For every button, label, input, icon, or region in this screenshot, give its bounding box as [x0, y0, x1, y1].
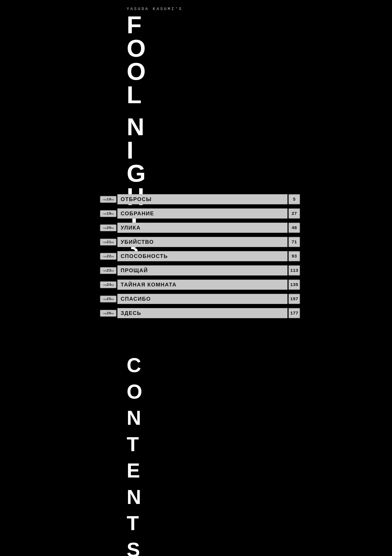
chapter-num: 19 [107, 211, 111, 216]
chapter-num: 18 [107, 197, 111, 201]
chapter-page-number: 113 [288, 265, 300, 276]
chapter-post: ва [111, 270, 114, 272]
toc-section: гла18ваОТБРОСЫ5гла19ваСОБРАНИЕ27гла20ваУ… [100, 193, 300, 322]
chapter-post: ва [111, 213, 114, 215]
title-char-g: G [127, 162, 183, 185]
table-row: гла18ваОТБРОСЫ5 [100, 193, 300, 205]
chapter-page-number: 48 [288, 223, 300, 233]
chapter-badge: гла21ва [100, 239, 116, 246]
chapter-title-bar: ЗДЕСЬ [117, 308, 287, 318]
chapter-badge: гла18ва [100, 196, 116, 203]
chapter-title-bar: СПАСИБО [117, 294, 287, 304]
chapter-post: ва [111, 312, 114, 315]
title-char-f: F [127, 13, 183, 37]
chapter-num: 20 [107, 226, 111, 230]
chapter-page-number: 5 [288, 194, 300, 204]
chapter-title-text: ОТБРОСЫ [121, 196, 152, 202]
chapter-title-text: СОБРАНИЕ [121, 210, 154, 217]
page: YASUDA KASUMI'S F O O L N I G H T 3 гла1… [0, 0, 392, 556]
contents-char: N [127, 488, 141, 507]
chapter-post: ва [111, 255, 114, 258]
chapter-title-text: ПРОЩАЙ [121, 267, 148, 274]
table-row: гла22ваСПОСОБНОСТЬ93 [100, 250, 300, 262]
title-char-l: L [127, 83, 183, 107]
chapter-num: 21 [107, 240, 111, 244]
chapter-title-text: ЗДЕСЬ [121, 310, 141, 316]
chapter-pre: гла [103, 255, 107, 258]
chapter-num: 22 [107, 254, 111, 258]
chapter-num: 24 [107, 283, 111, 287]
chapter-page-number: 157 [288, 294, 300, 304]
chapter-title-bar: ОТБРОСЫ [117, 194, 287, 204]
chapter-title-bar: СОБРАНИЕ [117, 208, 287, 219]
chapter-post: ва [111, 199, 114, 201]
contents-char: O [127, 382, 142, 402]
chapter-pre: гла [103, 213, 107, 215]
chapter-badge: гла19ва [100, 210, 116, 217]
table-row: гла19ваСОБРАНИЕ27 [100, 208, 300, 219]
chapter-badge: гла26ва [100, 310, 116, 317]
chapter-title-text: УЛИКА [121, 225, 141, 231]
chapter-pre: гла [103, 284, 107, 286]
chapter-title-text: УБИЙСТВО [121, 239, 154, 245]
table-row: гла26ваЗДЕСЬ177 [100, 307, 300, 319]
table-row: гла25ваСПАСИБО157 [100, 293, 300, 305]
chapter-title-text: СПАСИБО [121, 296, 151, 302]
chapter-num: 26 [107, 311, 111, 315]
chapter-num: 23 [107, 269, 111, 273]
chapter-badge: гла25ва [100, 296, 116, 302]
table-row: гла20ваУЛИКА48 [100, 222, 300, 233]
title-char-i: I [127, 139, 183, 162]
chapter-pre: гла [103, 199, 107, 201]
chapter-title-bar: ПРОЩАЙ [117, 265, 287, 276]
contents-char: C [127, 356, 141, 375]
contents-char: S [127, 541, 140, 556]
chapter-title-text: ТАЙНАЯ КОМНАТА [121, 282, 177, 288]
chapter-title-bar: ТАЙНАЯ КОМНАТА [117, 279, 287, 290]
chapter-badge: гла20ва [100, 224, 116, 231]
chapter-post: ва [111, 241, 114, 244]
table-row: гла21ваУБИЙСТВО71 [100, 236, 300, 248]
title-char-n: N [127, 115, 183, 139]
chapter-page-number: 93 [288, 251, 300, 261]
chapter-post: ва [111, 284, 114, 286]
chapter-post: ва [111, 227, 114, 230]
chapter-title-text: СПОСОБНОСТЬ [121, 253, 168, 259]
chapter-page-number: 177 [288, 308, 300, 318]
contents-char: N [127, 409, 141, 428]
chapter-badge: гла23ва [100, 267, 116, 274]
contents-section: CONTENTS [127, 356, 142, 556]
table-row: гла23ваПРОЩАЙ113 [100, 265, 300, 276]
chapter-pre: гла [103, 270, 107, 272]
chapter-pre: гла [103, 241, 107, 244]
chapter-badge: гла22ва [100, 253, 116, 260]
chapter-title-bar: СПОСОБНОСТЬ [117, 251, 287, 261]
chapter-post: ва [111, 298, 114, 301]
chapter-title-bar: УЛИКА [117, 223, 287, 233]
chapter-title-bar: УБИЙСТВО [117, 237, 287, 247]
subtitle: YASUDA KASUMI'S [127, 7, 183, 11]
chapter-pre: гла [103, 312, 107, 315]
contents-char: T [127, 435, 139, 454]
chapter-pre: гла [103, 227, 107, 230]
chapter-page-number: 27 [288, 208, 300, 219]
chapter-page-number: 135 [288, 279, 300, 290]
title-char-o1: O [127, 37, 183, 60]
contents-char: T [127, 514, 139, 533]
chapter-pre: гла [103, 298, 107, 301]
contents-char: E [127, 461, 140, 480]
chapter-page-number: 71 [288, 237, 300, 247]
title-char-o2: O [127, 60, 183, 83]
chapter-badge: гла24ва [100, 281, 116, 288]
table-row: гла24ваТАЙНАЯ КОМНАТА135 [100, 279, 300, 290]
chapter-num: 25 [107, 297, 111, 301]
